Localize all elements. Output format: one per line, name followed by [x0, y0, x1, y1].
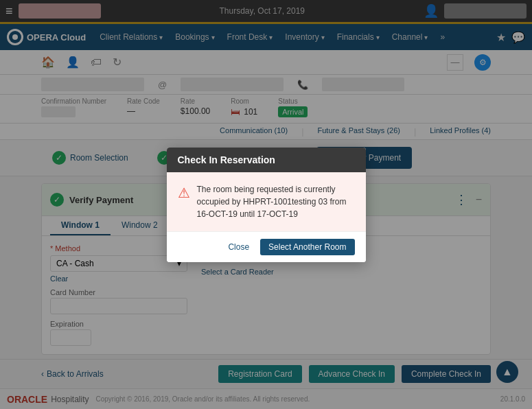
modal-close-button[interactable]: Close	[222, 239, 255, 255]
modal-header: Check In Reservation	[167, 148, 366, 172]
warning-icon: ⚠	[178, 185, 190, 201]
modal-message: The room being requested is currently oc…	[197, 183, 355, 220]
select-another-room-button[interactable]: Select Another Room	[260, 239, 354, 255]
check-in-reservation-modal: Check In Reservation ⚠ The room being re…	[167, 148, 366, 262]
modal-footer: Close Select Another Room	[167, 231, 366, 262]
modal-body: ⚠ The room being requested is currently …	[167, 172, 366, 231]
modal-title: Check In Reservation	[178, 154, 275, 165]
modal-overlay: Check In Reservation ⚠ The room being re…	[0, 0, 532, 409]
